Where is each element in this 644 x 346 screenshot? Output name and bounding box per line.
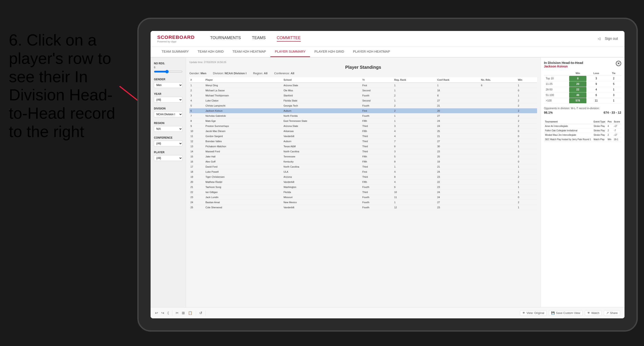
cell-player: Alex Goff	[204, 159, 282, 164]
h2h-row: >100 578 11 1	[544, 98, 621, 103]
cell-win: 1	[517, 164, 537, 169]
cell-win: 0	[517, 159, 537, 164]
cell-num: 12	[189, 139, 204, 144]
cell-win: 1	[517, 190, 537, 195]
cell-reg-rank: 7	[393, 139, 436, 144]
no-rds-slider[interactable]	[154, 70, 182, 73]
player-row[interactable]: 19 Tiger Christensen Arizona Third 8 23 …	[189, 174, 537, 179]
player-row[interactable]: 25 Cole Sherwood Vanderbilt Fourth 12 23…	[189, 205, 537, 210]
player-table: # Player School Yr Reg. Rank Conf Rank N…	[189, 77, 537, 304]
sign-out-link[interactable]: Sign out	[605, 37, 618, 41]
subnav-player-h2h-grid[interactable]: PLAYER H2H GRID	[310, 46, 348, 57]
player-row[interactable]: 8 Mats Ege East Tennessee State Fifth 1 …	[189, 119, 537, 124]
cell-num: 2	[189, 88, 204, 93]
player-row[interactable]: 6 Jackson Koivun Auburn First 2 20 2	[189, 108, 537, 113]
tablet-frame: SCOREBOARD Powered by clippi TOURNAMENTS…	[137, 18, 638, 332]
cell-no-rds	[480, 154, 517, 159]
filters-row: Gender: Men Division: NCAA Division I Re…	[189, 72, 537, 75]
close-button[interactable]: ✕	[616, 61, 621, 66]
save-custom-view-btn[interactable]: 💾 Save Custom View	[549, 310, 583, 316]
cell-conf-rank: 24	[436, 124, 480, 129]
player-row[interactable]: 15 Jake Hall Tennessee Fifth 5 25 2	[189, 154, 537, 159]
cell-no-rds	[480, 139, 517, 144]
main-content: No Rds. 6 Gender Men Year (All)	[150, 57, 624, 307]
conference-select[interactable]: (All)	[154, 141, 182, 146]
watch-btn[interactable]: 👁 Watch	[585, 310, 602, 316]
paste-icon[interactable]: 📋	[188, 311, 192, 315]
player-row[interactable]: 3 Michael Thorbjornsen Stanford Fourth 2…	[189, 93, 537, 98]
player-row[interactable]: 11 Gordon Sargent Vanderbilt Third 4 21 …	[189, 134, 537, 139]
cell-yr: First	[361, 169, 393, 174]
cell-win: 2	[517, 174, 537, 179]
cell-player: Gordon Sargent	[204, 134, 282, 139]
copy-icon[interactable]: ⊞	[182, 311, 185, 315]
subnav-team-summary[interactable]: TEAM SUMMARY	[157, 46, 193, 57]
h2h-row: 26-50 22 4 1	[544, 87, 621, 92]
nav-tournaments[interactable]: TOURNAMENTS	[210, 36, 241, 41]
player-row[interactable]: 17 David Ford North Carolina Third 1 21 …	[189, 164, 537, 169]
player-row[interactable]: 24 Bastian Amat New Mexico Fourth 1 27 2	[189, 200, 537, 205]
h2h-col-label	[544, 71, 569, 76]
player-row[interactable]: 1 Wenyi Ding Arizona State First 1 1 6 1	[189, 83, 537, 88]
player-row[interactable]: 21 Taehoon Song Washington Fourth 6 23 1	[189, 184, 537, 190]
player-row[interactable]: 12 Brendan Valles Auburn Third 7 27 0	[189, 139, 537, 144]
player-select[interactable]: (All)	[154, 155, 182, 161]
region-display: Region: All	[253, 72, 268, 75]
cell-player: Jacob Mac Diesen	[204, 129, 282, 134]
scissors-icon[interactable]: ✂	[176, 311, 178, 315]
tournament-row: Fallen Oak Collegiate Invitational Strok…	[544, 129, 621, 133]
cell-num: 4	[189, 98, 204, 103]
year-select[interactable]: (All)	[154, 97, 182, 103]
nav-committee[interactable]: COMMITTEE	[277, 36, 301, 41]
subnav-team-h2h-heatmap[interactable]: TEAM H2H HEATMAP	[228, 46, 270, 57]
view-original-btn[interactable]: 👁 View: Original	[520, 310, 546, 316]
cell-school: Vanderbilt	[282, 205, 361, 210]
player-row[interactable]: 23 Jack Lundin Missouri Fourth 11 24 0	[189, 195, 537, 200]
col-no-rds: No. Rds.	[480, 77, 517, 83]
player-row[interactable]: 20 Matthew Riedel Vanderbilt Fifth 4 22 …	[189, 179, 537, 184]
cell-yr: Fourth	[361, 200, 393, 205]
player-row[interactable]: 22 Ian Gilligan Florida Third 10 24 1	[189, 190, 537, 195]
share-btn[interactable]: ↗ Share	[604, 310, 620, 316]
subnav-player-summary[interactable]: PLAYER SUMMARY	[270, 46, 310, 57]
division-value: NCAA Division I	[224, 72, 246, 75]
player-row[interactable]: 14 Maxwell Ford North Carolina Third 3 2…	[189, 149, 537, 154]
subnav-player-h2h-heatmap[interactable]: PLAYER H2H HEATMAP	[348, 46, 395, 57]
cell-yr: Fourth	[361, 93, 393, 98]
no-rds-label: No Rds.	[154, 62, 182, 65]
cell-num: 15	[189, 154, 204, 159]
cell-win: 0	[517, 149, 537, 154]
nav-teams[interactable]: TEAMS	[252, 36, 266, 41]
player-row[interactable]: 13 Pichakorn Malchon Texas A&M Third 6 3…	[189, 144, 537, 149]
player-row[interactable]: 2 Michael La Sasse Ole Miss Second 1 18 …	[189, 88, 537, 93]
cell-yr: Fourth	[361, 103, 393, 108]
player-label: Player	[154, 151, 182, 154]
tourn-cell-pos: 2	[606, 133, 613, 137]
player-row[interactable]: 16 Alex Goff Kentucky Fifth 8 19 0	[189, 159, 537, 164]
cell-win: 0	[517, 134, 537, 139]
cell-num: 17	[189, 164, 204, 169]
player-row[interactable]: 4 Luke Claton Florida State Second 1 27 …	[189, 98, 537, 103]
gender-select[interactable]: Men	[154, 82, 182, 88]
subnav-team-h2h-grid[interactable]: TEAM H2H GRID	[193, 46, 228, 57]
region-select[interactable]: N/A	[154, 126, 182, 132]
redo-icon[interactable]: ↪	[161, 311, 164, 315]
player-row[interactable]: 5 Christo Lamprecht Georgia Tech Fourth …	[189, 103, 537, 108]
division-select[interactable]: NCAA Division I	[154, 111, 182, 117]
step-back-icon[interactable]: ⟨	[168, 311, 169, 315]
player-row[interactable]: 10 Jacob Mac Diesen Arkansas Fifth 4 25 …	[189, 129, 537, 134]
h2h-record: 674 - 33 - 12	[604, 111, 621, 114]
player-row[interactable]: 18 Luke Powell ULA First 4 24 1	[189, 169, 537, 174]
cell-conf-rank: 24	[436, 190, 480, 195]
player-row[interactable]: 9 Preston Summerhays Arizona State Third…	[189, 124, 537, 129]
refresh-icon[interactable]: ↺	[199, 311, 202, 315]
cell-reg-rank: 1	[393, 88, 436, 93]
cell-conf-rank: 23	[436, 184, 480, 190]
cell-school: East Tennessee State	[282, 119, 361, 124]
region-value: All	[264, 72, 268, 75]
h2h-cell-tie: 2	[606, 76, 621, 81]
update-time: Update time: 27/03/2024 16:56:26	[189, 61, 537, 63]
player-row[interactable]: 7 Nicholas Gabrelcik North Florida Fourt…	[189, 113, 537, 119]
cell-yr: Fifth	[361, 154, 393, 159]
undo-icon[interactable]: ↩	[155, 311, 158, 315]
